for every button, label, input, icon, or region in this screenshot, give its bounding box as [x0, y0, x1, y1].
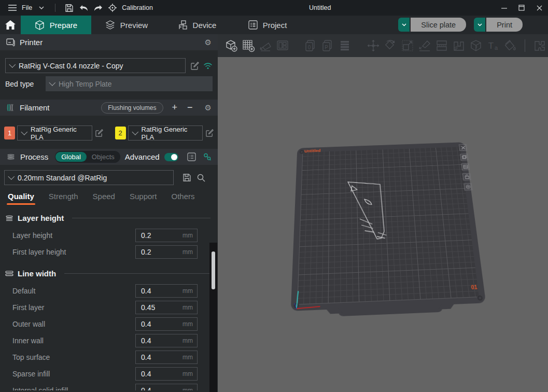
slice-dropdown-button[interactable] [398, 18, 410, 32]
lock-plate-icon[interactable] [462, 173, 471, 180]
save-icon[interactable] [64, 3, 74, 13]
slice-plate-button[interactable]: Slice plate [411, 18, 466, 32]
tab-speed[interactable]: Speed [93, 192, 115, 205]
tab-support[interactable]: Support [130, 192, 157, 205]
filament-1-badge[interactable]: 1 [4, 127, 15, 139]
filament-settings-gear-icon[interactable]: ⚙ [205, 104, 212, 111]
file-menu-chevron-icon[interactable] [36, 3, 47, 13]
cut-icon[interactable] [433, 39, 451, 52]
remove-filament-button[interactable]: − [187, 102, 193, 113]
minimize-button[interactable] [495, 0, 513, 16]
scale-icon[interactable] [399, 39, 416, 52]
menu-hamburger-icon[interactable] [7, 3, 18, 13]
plate-front-tab [338, 304, 443, 317]
build-plate[interactable]: Untitled 01 [291, 142, 486, 311]
redo-icon[interactable] [93, 3, 103, 13]
calibration-icon[interactable] [107, 3, 118, 13]
split-to-parts-icon[interactable]: P [319, 39, 336, 52]
undo-icon[interactable] [78, 3, 89, 13]
auto-orient-icon[interactable] [257, 39, 274, 52]
line-width-outer-wall-input[interactable]: 0.4 mm [135, 317, 198, 331]
support-painting-icon[interactable] [451, 39, 468, 52]
color-painting-icon[interactable] [502, 39, 519, 52]
printer-preset-select[interactable]: RatRig V-Cast 0.4 nozzle - Copy [5, 58, 186, 73]
filament-section-title: Filament [20, 103, 50, 112]
preview-layers-icon [105, 20, 115, 30]
printer-section-header: Printer ⚙ [0, 34, 218, 50]
text-shape-icon[interactable]: Ta [485, 39, 502, 52]
search-settings-icon[interactable] [197, 174, 205, 182]
3d-canvas[interactable]: Untitled 01 [218, 57, 548, 392]
line-width-first-layer-input[interactable]: 0.45 mm [135, 301, 198, 314]
filament-2-select[interactable]: RatRig Generic PLA [128, 125, 203, 141]
save-preset-icon[interactable] [183, 174, 191, 181]
scope-objects-option[interactable]: Objects [87, 152, 120, 162]
assembly-view-icon[interactable] [531, 39, 548, 52]
advanced-toggle[interactable] [164, 153, 178, 161]
device-icon [178, 20, 188, 30]
home-button[interactable] [0, 16, 21, 34]
print-dropdown-button[interactable] [474, 18, 485, 32]
edit-filament-2-icon[interactable] [206, 129, 214, 137]
param-label: Top surface [12, 353, 135, 361]
line-width-internal-solid-infill-input[interactable]: 0.4 mm [135, 384, 198, 390]
sidebar-scrollbar[interactable] [209, 243, 217, 392]
tab-quality[interactable]: Quality [8, 192, 34, 205]
add-object-icon[interactable] [222, 39, 240, 52]
close-button[interactable] [530, 0, 548, 16]
chevron-down-icon [21, 129, 27, 135]
line-width-inner-wall-input[interactable]: 0.4 mm [135, 334, 198, 347]
line-width-sparse-infill-input[interactable]: 0.4 mm [135, 367, 198, 381]
maximize-button[interactable] [513, 0, 530, 16]
add-plate-icon[interactable] [240, 39, 257, 52]
rotate-icon[interactable] [382, 39, 399, 52]
param-unit: mm [182, 232, 197, 239]
process-preset-select[interactable]: 0.20mm Standard @RatRig [4, 170, 174, 185]
filament-1-select[interactable]: RatRig Generic PLA [17, 125, 92, 141]
line-width-top-surface-input[interactable]: 0.4 mm [135, 351, 198, 364]
arrange-icon[interactable] [274, 39, 291, 52]
prepare-cube-icon [35, 20, 45, 30]
settings-list-icon[interactable] [187, 152, 196, 161]
move-icon[interactable] [364, 39, 382, 52]
edit-printer-preset-icon[interactable] [191, 62, 199, 70]
param-value: 0.2 [136, 231, 151, 240]
param-label: Default [12, 287, 135, 295]
plate-settings-icon[interactable] [463, 183, 472, 190]
arrange-plate-icon[interactable] [461, 163, 470, 171]
duplicate-plate-icon[interactable] [460, 153, 469, 160]
lay-on-face-icon[interactable] [416, 39, 433, 52]
plate-name-label[interactable]: Untitled [304, 148, 321, 153]
mesh-boolean-icon[interactable] [468, 39, 485, 52]
split-to-objects-icon[interactable]: 0 [302, 39, 319, 52]
line-width-default-input[interactable]: 0.4 mm [135, 284, 198, 298]
origin-axes [293, 286, 327, 310]
tab-others[interactable]: Others [172, 192, 195, 205]
tab-prepare-label: Prepare [50, 21, 77, 30]
bed-type-select[interactable]: High Temp Plate [46, 76, 213, 91]
file-menu[interactable]: File [22, 4, 32, 11]
scrollbar-thumb[interactable] [212, 251, 215, 289]
scope-global-option[interactable]: Global [55, 152, 87, 162]
layer-height-input[interactable]: 0.2 mm [135, 229, 198, 242]
tab-prepare[interactable]: Prepare [21, 16, 91, 34]
print-button[interactable]: Print [486, 18, 523, 32]
calibration-menu[interactable]: Calibration [122, 4, 153, 11]
add-filament-button[interactable]: + [172, 102, 178, 113]
printer-connection-wifi-icon[interactable] [203, 62, 213, 69]
first-layer-height-input[interactable]: 0.2 mm [135, 245, 198, 259]
filament-2-badge[interactable]: 2 [115, 127, 126, 139]
tab-device[interactable]: Device [162, 16, 232, 34]
flushing-volumes-button[interactable]: Flushing volumes [101, 102, 163, 114]
edit-filament-1-icon[interactable] [95, 129, 103, 137]
delete-plate-icon[interactable] [459, 144, 467, 151]
param-row: Layer height 0.2 mm [0, 227, 218, 244]
variable-layer-height-icon[interactable] [336, 39, 354, 52]
tab-preview[interactable]: Preview [91, 16, 162, 34]
tab-project[interactable]: Project [232, 16, 303, 34]
layer-height-section-header: Layer height [0, 212, 218, 224]
tab-strength[interactable]: Strength [49, 192, 78, 205]
param-row: Top surface 0.4 mm [0, 349, 218, 366]
compare-presets-icon[interactable] [203, 152, 212, 161]
printer-settings-gear-icon[interactable]: ⚙ [205, 38, 212, 46]
